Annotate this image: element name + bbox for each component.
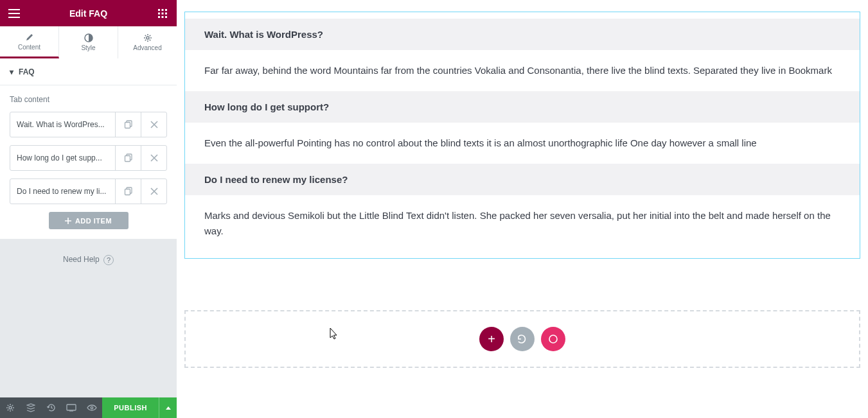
faq-item: Wait. What is WordPress? Far far away, b… xyxy=(185,19,860,91)
caret-down-icon: ▾ xyxy=(10,67,13,76)
repeater-item: Do I need to renew my li... xyxy=(10,179,167,204)
svg-rect-0 xyxy=(158,9,160,11)
navigator-icon[interactable] xyxy=(21,397,41,418)
repeater-item: How long do I get supp... xyxy=(10,145,167,171)
repeater-item: Wait. What is WordPres... xyxy=(10,112,167,137)
svg-rect-3 xyxy=(158,12,160,14)
sidebar-footer: PUBLISH xyxy=(0,397,177,418)
svg-rect-6 xyxy=(158,16,160,18)
gear-icon xyxy=(143,33,152,42)
close-icon[interactable] xyxy=(141,146,166,170)
faq-widget[interactable]: Wait. What is WordPress? Far far away, b… xyxy=(184,12,860,259)
contrast-icon xyxy=(84,33,93,42)
section-toggle[interactable]: ▾ FAQ xyxy=(0,58,177,85)
add-template-button[interactable] xyxy=(510,327,535,351)
svg-point-17 xyxy=(9,406,12,409)
item-label[interactable]: Do I need to renew my li... xyxy=(10,179,115,204)
publish-options-button[interactable] xyxy=(159,397,177,418)
faq-question[interactable]: Do I need to renew my license? xyxy=(185,164,860,195)
svg-rect-16 xyxy=(125,189,130,195)
editor-tabs: Content Style Advanced xyxy=(0,26,177,58)
help-label: Need Help xyxy=(63,255,100,264)
need-help[interactable]: Need Help ? xyxy=(0,239,177,281)
faq-item: How long do I get support? Even the all-… xyxy=(185,91,860,164)
settings-icon[interactable] xyxy=(0,397,21,418)
tab-label: Advanced xyxy=(133,44,161,51)
faq-answer: Marks and devious Semikoli but the Littl… xyxy=(185,195,860,252)
menu-icon[interactable] xyxy=(6,6,22,21)
duplicate-icon[interactable] xyxy=(115,146,141,170)
add-section-button[interactable]: + xyxy=(479,327,504,351)
svg-rect-8 xyxy=(165,16,167,18)
section-title: FAQ xyxy=(19,67,35,76)
svg-rect-5 xyxy=(165,12,167,14)
item-label[interactable]: Wait. What is WordPres... xyxy=(10,112,115,137)
svg-rect-4 xyxy=(162,12,164,14)
help-icon: ? xyxy=(103,255,114,265)
faq-section: ▾ FAQ Tab content Wait. What is WordPres… xyxy=(0,58,177,239)
svg-rect-14 xyxy=(125,156,130,162)
duplicate-icon[interactable] xyxy=(115,112,141,137)
tab-label: Content xyxy=(18,44,40,51)
svg-rect-12 xyxy=(125,123,130,128)
faq-answer: Even the all-powerful Pointing has no co… xyxy=(185,123,860,164)
close-icon[interactable] xyxy=(141,112,166,137)
plus-icon xyxy=(65,218,71,224)
tab-style[interactable]: Style xyxy=(59,26,118,58)
faq-item: Do I need to renew my license? Marks and… xyxy=(185,164,860,252)
svg-rect-7 xyxy=(162,16,164,18)
add-section-zone: + xyxy=(184,310,860,368)
section-body: Tab content Wait. What is WordPres... Ho… xyxy=(0,85,177,239)
editor-sidebar: Edit FAQ Content Style Advance xyxy=(0,0,177,418)
sidebar-header: Edit FAQ xyxy=(0,0,177,26)
tab-advanced[interactable]: Advanced xyxy=(118,26,177,58)
faq-answer: Far far away, behind the word Mountains … xyxy=(185,50,860,91)
tab-label: Style xyxy=(81,44,95,51)
faq-question[interactable]: Wait. What is WordPress? xyxy=(185,19,860,50)
editor-canvas[interactable]: Wait. What is WordPress? Far far away, b… xyxy=(177,0,868,418)
sidebar-title: Edit FAQ xyxy=(22,8,155,19)
svg-point-19 xyxy=(91,406,93,408)
faq-question[interactable]: How long do I get support? xyxy=(185,91,860,123)
field-label: Tab content xyxy=(10,95,167,104)
publish-button[interactable]: PUBLISH xyxy=(102,397,159,418)
svg-point-10 xyxy=(146,37,149,39)
pencil-icon xyxy=(25,33,34,42)
history-icon[interactable] xyxy=(41,397,62,418)
duplicate-icon[interactable] xyxy=(115,179,141,204)
svg-point-20 xyxy=(549,335,557,343)
add-item-button[interactable]: ADD ITEM xyxy=(49,212,128,229)
preview-icon[interactable] xyxy=(82,397,102,418)
svg-rect-1 xyxy=(162,9,164,11)
responsive-icon[interactable] xyxy=(62,397,82,418)
close-icon[interactable] xyxy=(141,179,166,204)
apps-icon[interactable] xyxy=(155,6,170,21)
svg-rect-2 xyxy=(165,9,167,11)
publish-label: PUBLISH xyxy=(114,404,147,412)
tab-content[interactable]: Content xyxy=(0,26,59,58)
svg-rect-18 xyxy=(67,405,76,410)
item-label[interactable]: How long do I get supp... xyxy=(10,146,115,170)
add-global-button[interactable] xyxy=(541,327,565,351)
add-item-label: ADD ITEM xyxy=(75,217,112,225)
